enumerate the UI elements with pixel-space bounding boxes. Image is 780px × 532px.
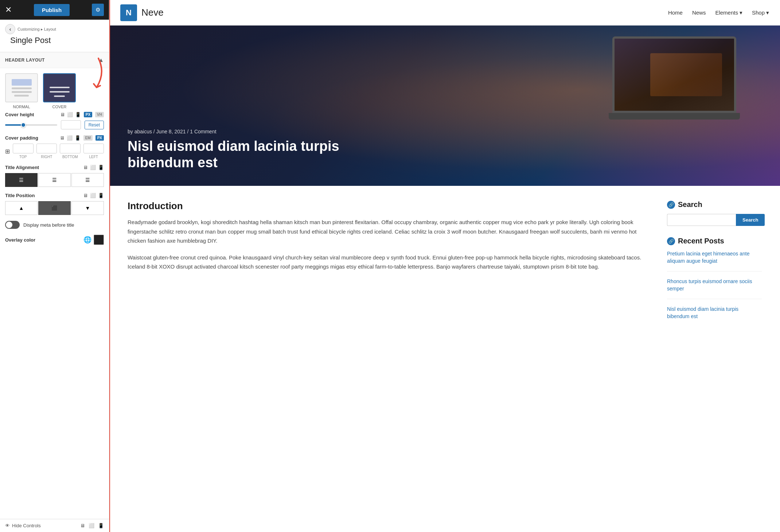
recent-post-link-3[interactable]: Nisl euismod diam lacinia turpis bibendu… (667, 306, 738, 319)
search-input-row: Search (667, 214, 762, 226)
post-main: Introduction Readymade godard brooklyn, … (128, 200, 652, 331)
laptop-keyboard (609, 113, 740, 120)
overlay-color-label: Overlay color (5, 237, 35, 243)
normal-thumbnail (5, 73, 38, 102)
display-meta-toggle[interactable] (5, 221, 20, 229)
list-item: Rhoncus turpis euismod ornare sociis sem… (667, 278, 762, 292)
align-center-button[interactable]: ☰ (38, 173, 71, 187)
post-body-2: Waistcoat gluten-free cronut cred quinoa… (128, 253, 652, 271)
intro-title: Introduction (128, 200, 652, 212)
overlay-controls: 🌐 (83, 235, 104, 245)
footer-desktop-icon[interactable]: 🖥 (80, 523, 85, 528)
site-nav: Home News Elements ▾ Shop ▾ (668, 9, 769, 16)
hero-meta: by abaicus / June 8, 2021 / 1 Comment (128, 129, 762, 134)
vh-unit[interactable]: VH (95, 112, 104, 117)
padding-bottom-label: BOTTOM (62, 155, 78, 159)
nav-news[interactable]: News (692, 9, 706, 16)
search-widget-header: 🔗 Search (667, 200, 762, 209)
publish-button[interactable]: Publish (34, 4, 70, 16)
nav-home[interactable]: Home (668, 9, 683, 16)
device-icons-height: 🖥 ⬜ 📱 (60, 112, 81, 117)
padding-right-input[interactable]: 40 (36, 144, 57, 153)
panel-title: Single Post (5, 34, 104, 49)
mobile-icon-2[interactable]: 📱 (75, 135, 81, 141)
slider-row: 400 Reset (5, 120, 104, 129)
px-unit[interactable]: PX (84, 112, 92, 117)
layout-option-normal[interactable]: NORMAL (5, 73, 38, 109)
nav-shop[interactable]: Shop ▾ (752, 9, 769, 16)
padding-left-label: LEFT (89, 155, 98, 159)
overlay-color-control: Overlay color 🌐 (5, 235, 104, 245)
tablet-icon-4[interactable]: ⬜ (90, 193, 96, 198)
tablet-icon[interactable]: ⬜ (67, 112, 73, 117)
hero-section: by abaicus / June 8, 2021 / 1 Comment Ni… (109, 26, 780, 186)
desktop-icon[interactable]: 🖥 (60, 112, 65, 117)
pos-center-button[interactable]: ⬛ (38, 201, 71, 215)
footer-mobile-icon[interactable]: 📱 (98, 523, 104, 528)
pos-top-button[interactable]: ▲ (5, 201, 38, 215)
site-logo: N Neve (120, 4, 164, 21)
list-item: Nisl euismod diam lacinia turpis bibendu… (667, 306, 762, 320)
align-row: ☰ ☰ ☰ (5, 173, 104, 187)
mobile-icon-3[interactable]: 📱 (98, 165, 104, 170)
color-swatch[interactable] (94, 235, 104, 245)
em-unit[interactable]: EM (83, 135, 93, 141)
px-unit-2[interactable]: PX (95, 135, 104, 141)
desktop-icon-2[interactable]: 🖥 (60, 135, 65, 141)
site-name: Neve (141, 7, 164, 18)
logo-icon: N (120, 4, 137, 21)
device-icons-pos: 🖥 ⬜ 📱 (83, 193, 104, 198)
close-button[interactable]: ✕ (5, 6, 12, 14)
header-layout-body: NORMAL COVER Cover height � (0, 68, 109, 256)
padding-bottom-input[interactable]: 60 (60, 144, 81, 153)
recent-post-link-1[interactable]: Pretium lacinia eget himenaeos ante aliq… (667, 251, 749, 264)
align-left-button[interactable]: ☰ (5, 173, 38, 187)
padding-right-field: 40 RIGHT (36, 144, 57, 159)
cover-text-line-2 (50, 91, 70, 93)
padding-top-input[interactable]: 60 (13, 144, 34, 153)
toggle-row: Display meta before title (5, 221, 104, 229)
desktop-icon-3[interactable]: 🖥 (83, 165, 88, 170)
title-pos-label-row: Title Position 🖥 ⬜ 📱 (5, 193, 104, 198)
display-meta-label: Display meta before title (23, 222, 74, 228)
back-button[interactable]: ‹ (5, 24, 15, 34)
header-layout-section-header: HEADER LAYOUT ▲ (0, 52, 109, 68)
align-right-button[interactable]: ☰ (71, 173, 104, 187)
recent-post-link-2[interactable]: Rhoncus turpis euismod ornare sociis sem… (667, 278, 752, 292)
globe-icon[interactable]: 🌐 (83, 236, 91, 244)
preview-area: N Neve Home News Elements ▾ Shop ▾ (109, 0, 780, 532)
search-widget-icon: 🔗 (667, 201, 675, 209)
padding-left-input[interactable]: 40 (83, 144, 104, 153)
position-row: ▲ ⬛ ▼ (5, 201, 104, 215)
customizer-topbar: ✕ Publish ⚙ (0, 0, 109, 20)
slider-thumb[interactable] (21, 122, 26, 128)
normal-label: NORMAL (13, 105, 30, 109)
mobile-icon[interactable]: 📱 (75, 112, 81, 117)
pos-bottom-button[interactable]: ▼ (71, 201, 104, 215)
mobile-icon-4[interactable]: 📱 (98, 193, 104, 198)
search-input[interactable] (667, 214, 736, 226)
footer-tablet-icon[interactable]: ⬜ (89, 523, 94, 528)
gear-button[interactable]: ⚙ (92, 4, 104, 16)
recent-posts-widget: 🔗 Recent Posts Pretium lacinia eget hime… (667, 237, 762, 320)
header-layout-title: HEADER LAYOUT (5, 58, 45, 63)
thumb-line-1 (12, 87, 32, 89)
slider-track[interactable] (5, 124, 57, 126)
nav-elements[interactable]: Elements ▾ (715, 9, 742, 16)
recent-posts-header: 🔗 Recent Posts (667, 237, 762, 245)
reset-button[interactable]: Reset (85, 121, 104, 129)
tablet-icon-3[interactable]: ⬜ (90, 165, 96, 170)
breadcrumb-area: ‹ Customizing ▸ Layout Single Post (0, 20, 109, 52)
search-widget-title: Search (678, 200, 702, 209)
height-input[interactable]: 400 (61, 120, 81, 129)
collapse-button[interactable]: ▲ (98, 57, 104, 63)
hide-controls-button[interactable]: 👁 Hide Controls (5, 523, 41, 528)
hide-controls-label: Hide Controls (12, 523, 41, 528)
cover-text-line-1 (50, 87, 70, 88)
desktop-icon-4[interactable]: 🖥 (83, 193, 88, 198)
search-button[interactable]: Search (736, 214, 765, 226)
eye-icon: 👁 (5, 523, 10, 528)
tablet-icon-2[interactable]: ⬜ (67, 135, 73, 141)
layout-option-cover[interactable]: COVER (43, 73, 76, 109)
site-header: N Neve Home News Elements ▾ Shop ▾ (109, 0, 780, 26)
